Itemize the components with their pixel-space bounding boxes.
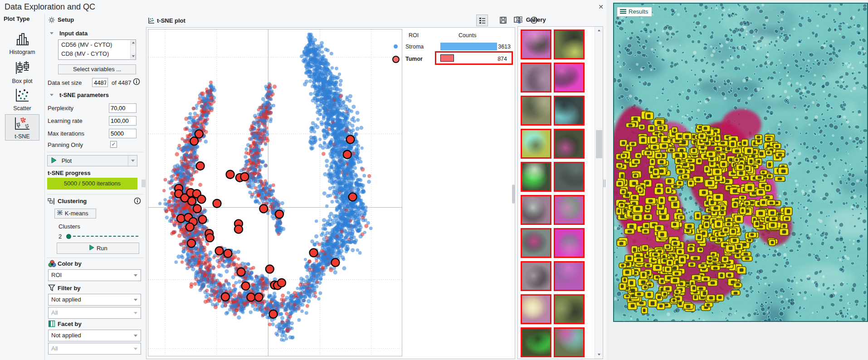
gallery-tile[interactable] [554, 294, 585, 324]
clustering-heading: Clustering [58, 198, 87, 204]
gallery-tile[interactable] [521, 327, 551, 357]
perplexity-input[interactable] [109, 103, 137, 113]
scroll-up-icon[interactable] [595, 27, 603, 34]
legend-tumor-label[interactable]: Tumor [405, 56, 423, 62]
legend-icon [478, 17, 486, 24]
scroll-down-icon[interactable] [131, 54, 136, 59]
color-by-heading: Color by [58, 260, 82, 267]
plot-button[interactable]: Plot [47, 155, 137, 166]
cell-thumbnail [555, 31, 583, 58]
color-by-select[interactable]: ROI [48, 269, 141, 281]
cell-thumbnail [555, 97, 583, 124]
facet-by-secondary-value: All [51, 345, 58, 352]
legend-stroma-label[interactable]: Stroma [405, 44, 424, 50]
histogram-icon [15, 32, 30, 48]
kmeans-icon [57, 209, 63, 219]
cell-thumbnail [522, 296, 550, 323]
gallery-tile[interactable] [554, 327, 585, 357]
chevron-down-icon[interactable] [128, 156, 137, 166]
save-button[interactable] [497, 15, 509, 26]
gallery-tile[interactable] [554, 162, 585, 192]
close-icon[interactable]: ✕ [597, 3, 605, 11]
gallery-tile[interactable] [521, 228, 551, 258]
setup-panel: Setup Input data CD56 (MV - CYTO) CD8 (M… [45, 14, 146, 360]
gallery-tile[interactable] [521, 96, 551, 126]
cell-thumbnail [522, 163, 550, 190]
gallery-scrollbar[interactable] [595, 27, 603, 359]
cell-thumbnail [555, 296, 583, 323]
tissue-viewer[interactable]: Results [613, 3, 868, 322]
list-item[interactable]: CD56 (MV - CYTO) [59, 40, 136, 49]
facet-by-secondary-select[interactable]: All [48, 343, 141, 355]
gallery-tile[interactable] [554, 228, 585, 258]
gallery-tile[interactable] [521, 162, 551, 192]
tissue-image[interactable] [614, 4, 868, 322]
gallery-tile[interactable] [521, 294, 551, 324]
sidebar-item-boxplot[interactable]: Box plot [0, 61, 44, 84]
sidebar-item-scatter[interactable]: Scatter [0, 88, 44, 112]
tsne-scatter[interactable] [148, 29, 402, 356]
sidebar-item-histogram[interactable]: Histogram [0, 32, 44, 55]
gallery-tile[interactable] [554, 29, 585, 59]
list-item[interactable]: CD8 (MV - CYTO) [59, 49, 136, 58]
dataset-size-label: Data set size [48, 79, 82, 86]
divider [47, 194, 144, 195]
panning-only-checkbox[interactable]: ✓ [110, 141, 117, 148]
panel-splitter-handle[interactable] [142, 180, 146, 187]
sidebar-item-label: Scatter [0, 105, 44, 112]
filter-by-select[interactable]: Not applied [48, 294, 141, 306]
gallery-tile[interactable] [554, 261, 585, 291]
plot-button-label: Plot [62, 157, 72, 164]
gallery-tile[interactable] [554, 96, 585, 126]
cell-thumbnail [555, 329, 583, 356]
scroll-up-icon[interactable] [131, 40, 136, 45]
cell-thumbnail [522, 263, 550, 290]
legend-toggle-button[interactable] [476, 15, 488, 26]
gallery-tile[interactable] [554, 63, 585, 92]
sidebar-item-tsne[interactable]: t-SNE [5, 114, 39, 141]
gallery-tile[interactable] [521, 195, 551, 225]
sidebar-item-label: t-SNE [5, 133, 39, 140]
input-variables-listbox[interactable]: CD56 (MV - CYTO) CD8 (MV - CYTO) [58, 39, 136, 60]
gallery-tile[interactable] [554, 129, 585, 159]
gallery-tile[interactable] [521, 129, 551, 159]
tsne-plot-frame[interactable] [148, 29, 402, 356]
collapse-icon[interactable] [50, 32, 54, 34]
gallery-tile[interactable] [521, 63, 551, 92]
results-label: Results [629, 8, 648, 15]
info-icon[interactable] [133, 78, 140, 87]
cell-thumbnail [555, 196, 583, 224]
gallery-tile[interactable] [554, 195, 585, 225]
gallery-tile[interactable] [521, 29, 551, 59]
filter-by-value: Not applied [51, 296, 81, 303]
results-button[interactable]: Results [617, 7, 652, 17]
cell-thumbnail [522, 196, 550, 224]
setup-heading: Setup [58, 16, 74, 23]
gallery-tile[interactable] [521, 261, 551, 291]
collapse-icon[interactable] [50, 94, 54, 96]
clusters-slider-track[interactable] [73, 236, 138, 237]
gallery-panel [517, 26, 603, 359]
run-button[interactable]: Run [57, 243, 139, 254]
scroll-down-icon[interactable] [595, 351, 603, 359]
page-title: Data Exploration and QC [5, 2, 95, 12]
gallery-scrollbar-thumb[interactable] [596, 130, 602, 158]
cell-thumbnail [522, 130, 550, 157]
chevron-down-icon [134, 335, 137, 337]
legend-roi-header: ROI [409, 32, 419, 39]
info-icon[interactable] [134, 197, 141, 206]
facet-by-select[interactable]: Not applied [48, 330, 141, 341]
dataset-size-input[interactable] [92, 78, 108, 87]
tumor-count-bar[interactable] [440, 54, 454, 62]
max-iterations-input[interactable] [109, 129, 137, 138]
select-variables-button[interactable]: Select variables ... [58, 64, 136, 74]
listbox-scrollbar[interactable] [130, 40, 135, 59]
kmeans-button[interactable]: K-means [54, 209, 96, 219]
clusters-slider-handle[interactable] [66, 234, 71, 239]
learning-rate-input[interactable] [109, 116, 137, 126]
tsne-progress-heading: t-SNE progress [48, 170, 91, 176]
filter-by-secondary-select[interactable]: All [48, 307, 141, 319]
filter-by-secondary-value: All [51, 309, 58, 316]
legend-scrollbar-thumb[interactable] [512, 185, 515, 204]
clustering-icon [48, 198, 55, 206]
